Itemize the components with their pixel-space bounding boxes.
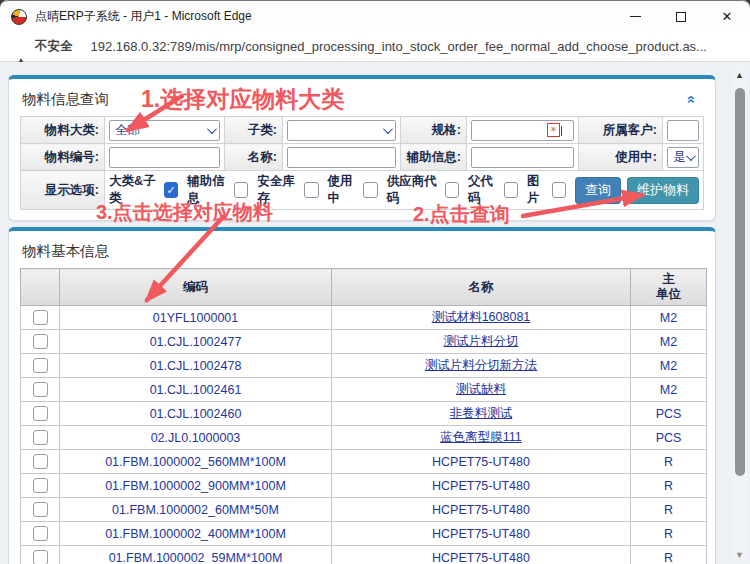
scroll-down-icon[interactable]: ▼ xyxy=(732,548,747,562)
row-name-link[interactable]: HCPET75-UT480 xyxy=(432,455,530,469)
query-form: 物料大类: 全部 子类: 规格: ✳ 所属客户: xyxy=(20,116,704,210)
row-checkbox[interactable] xyxy=(33,526,48,541)
scrollbar-thumb[interactable] xyxy=(735,88,745,476)
row-checkbox[interactable] xyxy=(33,406,48,421)
row-name-link[interactable]: 蓝色离型膜111 xyxy=(440,430,522,444)
maximize-button[interactable] xyxy=(658,1,704,32)
row-select-cell xyxy=(21,474,60,498)
table-row: 01.FBM.1000002_60MM*50M HCPET75-UT480 R xyxy=(21,498,707,522)
row-checkbox[interactable] xyxy=(33,358,48,373)
row-name-link[interactable]: HCPET75-UT480 xyxy=(432,503,530,517)
material-category-label: 物料大类: xyxy=(21,117,105,144)
row-name-link[interactable]: 非卷料测试 xyxy=(450,406,513,420)
material-table-body: 01YFL1000001 测试材料1608081 M2 01.CJL.10024… xyxy=(21,306,707,564)
row-unit: R xyxy=(664,527,673,541)
name-column-header: 名称 xyxy=(332,269,631,306)
row-unit: M2 xyxy=(660,359,677,373)
display-option-checkbox[interactable] xyxy=(234,182,248,198)
broken-image-icon: ✳ xyxy=(547,123,560,137)
row-code-link[interactable]: 01.FBM.1000002_900MM*100M xyxy=(105,479,286,493)
minimize-icon xyxy=(630,16,641,17)
customer-input[interactable] xyxy=(667,120,699,141)
maintain-material-button[interactable]: 维护物料 xyxy=(627,177,699,204)
chevron-down-icon xyxy=(207,124,217,134)
row-code-link[interactable]: 01.CJL.1002461 xyxy=(150,383,242,397)
row-name-link[interactable]: HCPET75-UT480 xyxy=(432,527,530,541)
display-option-checkbox[interactable] xyxy=(363,182,377,198)
scroll-up-icon[interactable]: ▲ xyxy=(732,68,747,82)
material-no-label: 物料编号: xyxy=(21,144,105,171)
address-bar[interactable]: ! 不安全 192.168.0.32:789/mis/mrp/consigned… xyxy=(0,32,750,62)
name-label: 名称: xyxy=(225,144,283,171)
row-select-cell xyxy=(21,450,60,474)
spec-label: 规格: xyxy=(401,117,467,144)
window-title: 点晴ERP子系统 - 用户1 - Microsoft Edge xyxy=(35,8,252,25)
display-option-checkbox[interactable] xyxy=(552,182,566,198)
subcategory-select[interactable] xyxy=(287,120,396,141)
display-option-label: 图片 xyxy=(527,173,549,207)
display-option-checkbox[interactable] xyxy=(304,182,318,198)
code-column-header: 编码 xyxy=(60,269,332,306)
row-checkbox[interactable] xyxy=(33,502,48,517)
row-checkbox[interactable] xyxy=(33,550,48,564)
row-checkbox[interactable] xyxy=(33,382,48,397)
annotation-step2: 2.点击查询 xyxy=(413,201,510,228)
row-unit: M2 xyxy=(660,311,677,325)
row-code-link[interactable]: 01.FBM.1000002_400MM*100M xyxy=(105,527,286,541)
row-name-link[interactable]: HCPET75-UT480 xyxy=(432,479,530,493)
row-name-link[interactable]: HCPET75-UT480 xyxy=(432,551,530,564)
query-button[interactable]: 查询 xyxy=(575,177,621,204)
aux-info-input[interactable] xyxy=(471,147,574,168)
display-option-checkbox[interactable]: ✓ xyxy=(164,182,178,198)
display-option-checkbox[interactable] xyxy=(504,182,518,198)
row-code-link[interactable]: 01.CJL.1002477 xyxy=(150,335,242,349)
row-code-link[interactable]: 01.FBM.1000002_560MM*100M xyxy=(105,455,286,469)
maximize-icon xyxy=(676,12,686,22)
row-code-link[interactable]: 01.FBM.1000002_59MM*100M xyxy=(109,551,283,564)
minimize-button[interactable] xyxy=(612,1,658,32)
display-option[interactable]: 使用中 xyxy=(328,173,378,207)
table-row: 01.FBM.1000002_560MM*100M HCPET75-UT480 … xyxy=(21,450,707,474)
table-row: 02.JL0.1000003 蓝色离型膜111 PCS xyxy=(21,426,707,450)
row-select-cell xyxy=(21,354,60,378)
url-text[interactable]: 192.168.0.32:789/mis/mrp/consigned_proce… xyxy=(91,39,707,54)
result-panel-title: 物料基本信息 xyxy=(22,242,109,261)
row-name-link[interactable]: 测试片料分切新方法 xyxy=(425,358,538,372)
row-select-cell xyxy=(21,426,60,450)
table-row: 01.FBM.1000002_59MM*100M HCPET75-UT480 R xyxy=(21,546,707,564)
material-no-input[interactable] xyxy=(109,147,220,168)
row-unit: M2 xyxy=(660,335,677,349)
page-scrollbar[interactable]: ▲ ▼ xyxy=(732,66,747,563)
row-select-cell xyxy=(21,522,60,546)
display-option[interactable]: 图片 xyxy=(527,173,566,207)
annotation-step1: 1.选择对应物料大类 xyxy=(141,84,344,115)
row-checkbox[interactable] xyxy=(33,334,48,349)
row-checkbox[interactable] xyxy=(33,430,48,445)
row-code-link[interactable]: 01YFL1000001 xyxy=(153,311,239,325)
row-unit: R xyxy=(664,551,673,564)
row-code-link[interactable]: 01.CJL.1002478 xyxy=(150,359,242,373)
row-unit: PCS xyxy=(656,407,682,421)
row-unit: M2 xyxy=(660,383,677,397)
row-checkbox[interactable] xyxy=(33,478,48,493)
row-name-link[interactable]: 测试材料1608081 xyxy=(432,310,531,324)
collapse-panel-icon[interactable]: « xyxy=(684,95,699,103)
table-row: 01.FBM.1000002_400MM*100M HCPET75-UT480 … xyxy=(21,522,707,546)
customer-label: 所属客户: xyxy=(579,117,663,144)
window-titlebar: 点晴ERP子系统 - 用户1 - Microsoft Edge ✕ xyxy=(0,0,750,32)
row-name-link[interactable]: 测试片料分切 xyxy=(444,334,519,348)
material-category-select[interactable]: 全部 xyxy=(109,120,220,141)
name-input[interactable] xyxy=(287,147,396,168)
row-code-link[interactable]: 02.JL0.1000003 xyxy=(151,431,241,445)
display-option-checkbox[interactable] xyxy=(445,182,459,198)
row-name-link[interactable]: 测试缺料 xyxy=(456,382,506,396)
material-table: 编码 名称 主 单位 01YFL1000001 测试材料1608081 M2 0… xyxy=(20,268,707,564)
row-checkbox[interactable] xyxy=(33,310,48,325)
in-use-label: 使用中: xyxy=(579,144,663,171)
row-checkbox[interactable] xyxy=(33,454,48,469)
material-info-panel: 物料基本信息 编码 名称 主 单位 xyxy=(8,227,716,564)
close-button[interactable]: ✕ xyxy=(704,1,750,32)
in-use-select[interactable]: 是 xyxy=(667,147,699,168)
row-code-link[interactable]: 01.CJL.1002460 xyxy=(150,407,242,421)
row-code-link[interactable]: 01.FBM.1000002_60MM*50M xyxy=(112,503,279,517)
